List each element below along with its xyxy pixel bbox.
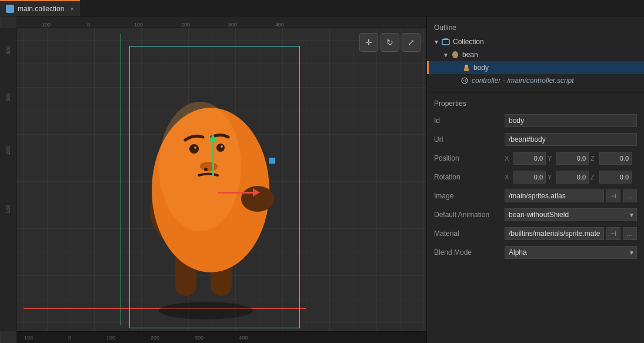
ruler-left: 400 300 200 100 <box>0 28 16 331</box>
svg-rect-15 <box>443 38 448 40</box>
main-collection-tab[interactable]: main.collection × <box>0 0 80 16</box>
id-value <box>505 114 637 127</box>
scale-icon: ⤢ <box>408 38 415 47</box>
bottom-ruler: -100 0 100 200 300 400 <box>16 331 426 343</box>
url-value <box>505 133 637 146</box>
tree-arrow-collection: ▼ <box>432 39 441 45</box>
material-browse-button[interactable]: … <box>623 227 637 240</box>
svg-point-0 <box>159 302 253 319</box>
tree-arrow-bean: ▼ <box>441 52 451 58</box>
ruler-tick: 300 <box>228 22 237 28</box>
url-field-row: Url <box>427 130 644 149</box>
rotation-y-input[interactable] <box>556 171 589 184</box>
material-value: ⊣ … <box>505 227 637 240</box>
material-link-button[interactable]: ⊣ <box>606 227 620 240</box>
tree-item-body[interactable]: ▶ body <box>427 61 644 74</box>
rotation-x-label: X <box>505 174 512 181</box>
rotate-tool-button[interactable]: ↻ <box>381 33 399 52</box>
right-panel: Outline ▼ Collection ▼ bean <box>426 16 644 343</box>
image-label: Image <box>434 192 505 200</box>
outline-title: Outline <box>427 21 644 35</box>
svg-rect-18 <box>464 68 469 71</box>
bean-tree-icon <box>451 50 460 59</box>
default-animation-label: Default Animation <box>434 211 505 219</box>
position-y-label: Y <box>548 155 555 162</box>
tab-close-button[interactable]: × <box>70 5 74 12</box>
rotation-field-row: Rotation X Y Z <box>427 168 644 187</box>
url-input[interactable] <box>505 133 637 146</box>
rotation-value: X Y Z <box>505 171 637 184</box>
ruler-tick: 0 <box>87 22 90 28</box>
position-z-label: Z <box>590 155 598 162</box>
tab-label: main.collection <box>18 5 64 13</box>
blend-mode-label: Blend Mode <box>434 248 505 257</box>
svg-point-11 <box>221 145 223 148</box>
tree-item-controller[interactable]: ▶ controller - /main/controller.script <box>427 74 644 87</box>
ruler-tick: 100 <box>5 205 11 214</box>
ruler-tick: 400 <box>275 22 284 28</box>
position-x-label: X <box>505 155 512 162</box>
tab-collection-icon <box>6 5 14 13</box>
default-animation-select[interactable]: bean-withoutShield bean-withShield <box>505 208 637 221</box>
collection-tree-icon <box>441 37 451 46</box>
svg-rect-14 <box>442 39 449 45</box>
position-z-input[interactable] <box>599 152 632 165</box>
material-input[interactable] <box>505 227 604 240</box>
bean-tree-label: bean <box>462 51 478 59</box>
body-tree-icon <box>462 63 471 72</box>
svg-point-10 <box>216 144 225 152</box>
tree-item-collection[interactable]: ▼ Collection <box>427 35 644 48</box>
rotation-label: Rotation <box>434 173 505 181</box>
tab-bar: main.collection × <box>0 0 644 16</box>
blend-mode-select[interactable]: Alpha Add Multiply <box>505 246 637 259</box>
move-icon: ✛ <box>365 38 372 47</box>
ruler-tick: 400 <box>5 46 11 55</box>
move-tool-button[interactable]: ✛ <box>359 33 378 52</box>
vertical-origin-line <box>121 34 121 325</box>
svg-point-7 <box>241 186 274 212</box>
ruler-tick: 300 <box>5 93 11 102</box>
image-browse-button[interactable]: … <box>623 189 637 202</box>
tree-item-bean[interactable]: ▼ bean <box>427 48 644 61</box>
collection-tree-label: Collection <box>453 38 484 46</box>
blend-mode-field-row: Blend Mode Alpha Add Multiply ▼ <box>427 243 644 262</box>
image-field-row: Image ⊣ … <box>427 187 644 205</box>
ruler-num: -100 <box>22 335 33 341</box>
main-layout: -100 0 100 200 300 400 400 300 200 100 ✛… <box>0 16 644 343</box>
rotation-x-input[interactable] <box>513 171 546 184</box>
svg-point-13 <box>204 168 208 171</box>
ruler-num: 300 <box>195 335 203 341</box>
rotation-y-label: Y <box>548 174 555 181</box>
rotation-z-input[interactable] <box>599 171 632 184</box>
position-y-input[interactable] <box>556 152 589 165</box>
scale-tool-button[interactable]: ⤢ <box>402 33 421 52</box>
id-input[interactable] <box>505 114 637 127</box>
canvas-area[interactable]: -100 0 100 200 300 400 400 300 200 100 ✛… <box>0 16 426 343</box>
ruler-tick: 200 <box>5 146 11 155</box>
ruler-num: 100 <box>106 335 115 341</box>
default-animation-field-row: Default Animation bean-withoutShield bea… <box>427 205 644 224</box>
url-label: Url <box>434 135 505 144</box>
scale-handle[interactable] <box>269 158 275 164</box>
svg-point-12 <box>200 162 218 171</box>
properties-title: Properties <box>427 97 644 111</box>
position-label: Position <box>434 154 505 162</box>
image-input[interactable] <box>505 189 604 202</box>
scene-content <box>24 34 306 325</box>
material-field-row: Material ⊣ … <box>427 224 644 243</box>
outline-section: Outline ▼ Collection ▼ bean <box>427 16 644 92</box>
svg-point-17 <box>465 65 468 68</box>
blend-mode-value: Alpha Add Multiply ▼ <box>505 246 637 259</box>
svg-point-9 <box>194 146 196 149</box>
svg-point-8 <box>189 144 199 154</box>
ruler-tick: -100 <box>40 22 51 28</box>
controller-tree-label: controller - /main/controller.script <box>472 76 574 85</box>
ruler-num: 200 <box>151 335 159 341</box>
ruler-tick: 200 <box>181 22 190 28</box>
position-x-input[interactable] <box>513 152 546 165</box>
default-animation-value: bean-withoutShield bean-withShield ▼ <box>505 208 637 221</box>
image-link-button[interactable]: ⊣ <box>606 189 620 202</box>
ruler-top: -100 0 100 200 300 400 <box>16 16 426 28</box>
image-value: ⊣ … <box>505 189 637 202</box>
ruler-num: 400 <box>239 335 248 341</box>
